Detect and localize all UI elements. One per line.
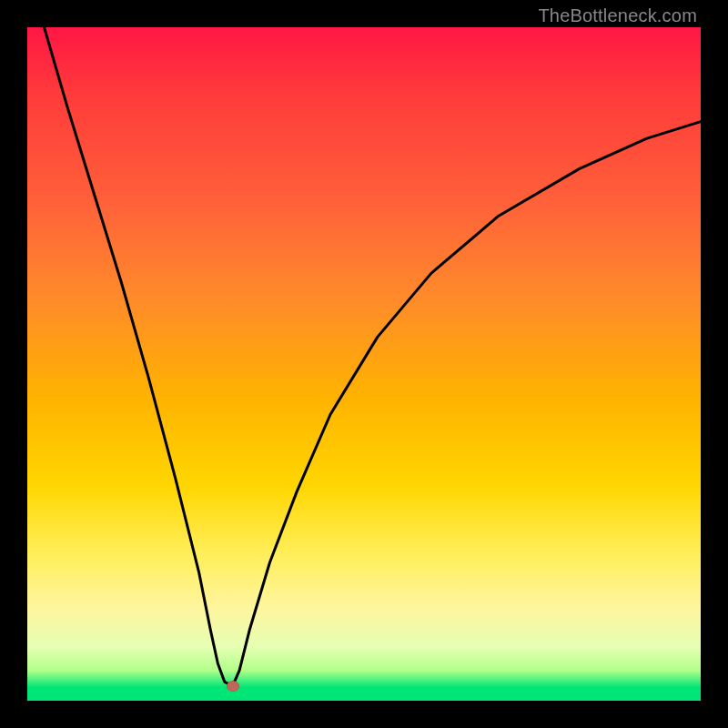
bottleneck-curve-path: [45, 27, 702, 686]
min-point-marker: [227, 681, 239, 692]
curve-svg: [27, 27, 701, 701]
chart-frame: TheBottleneck.com: [0, 0, 728, 728]
watermark-text: TheBottleneck.com: [538, 5, 697, 26]
plot-area: [27, 27, 701, 701]
